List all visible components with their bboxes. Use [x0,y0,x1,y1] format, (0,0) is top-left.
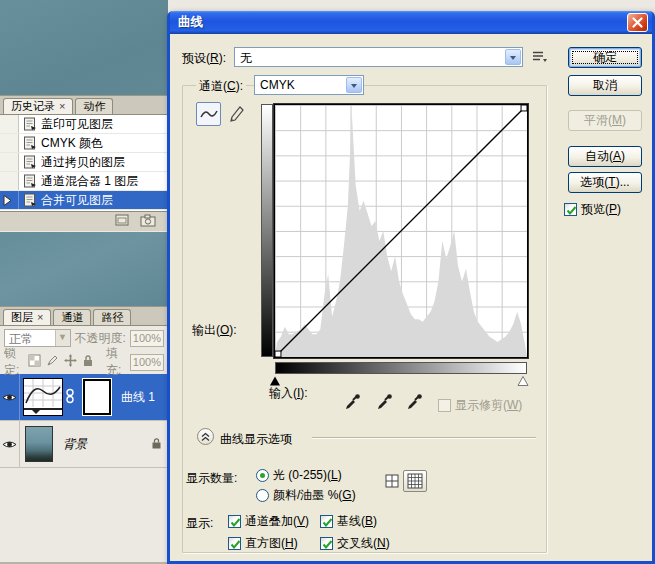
preset-options-list-icon[interactable] [532,50,548,66]
layer-name[interactable]: 背景 [63,436,87,453]
curve-line[interactable] [275,105,527,357]
input-label: 输入(I): [269,385,308,402]
channel-label: 通道(C): [196,78,246,95]
black-point-eyedropper-icon[interactable] [342,391,364,413]
layer-row-curves[interactable]: 曲线 1 [0,374,168,421]
tab-close-icon[interactable]: × [59,100,65,112]
new-snapshot-camera-icon[interactable] [140,214,156,230]
show-label: 显示: [186,515,213,532]
channel-overlays-row: 通道叠加(V) [228,513,309,530]
layers-panel: 图层× 通道 路径 正常▼ 不透明度: 100% 锁定: 填充: 100% [0,306,168,564]
tab-channels[interactable]: 通道 [53,309,91,325]
lock-position-move-icon[interactable] [64,354,77,370]
lock-all-padlock-icon[interactable] [82,354,94,370]
collapse-chevron-icon[interactable] [197,428,214,445]
light-radio[interactable] [256,469,269,482]
chevron-down-icon [505,49,521,65]
input-gradient-bar [275,362,527,374]
new-document-from-state-icon[interactable] [115,214,130,230]
chevron-down-icon [346,77,362,93]
channel-select[interactable]: CMYK [254,75,364,95]
background-layer-thumbnail[interactable] [25,426,53,462]
output-gradient-bar [261,104,273,357]
layer-row-background[interactable]: 背景 [0,421,168,468]
simple-grid-button[interactable] [384,473,399,488]
channel-overlays-checkbox[interactable] [228,515,241,528]
history-tabbar: 历史记录× 动作 [0,96,168,115]
blend-mode-select[interactable]: 正常▼ [4,329,71,347]
output-label: 输出(O): [192,322,237,339]
preview-row: 预览(P) [564,201,621,218]
options-button[interactable]: 选项(T)... [568,172,642,193]
light-radio-row: 光 (0-255)(L) [256,467,342,484]
pigment-radio[interactable] [256,489,269,502]
history-footer [0,211,168,231]
history-item[interactable]: 通道混合器 1 图层 [0,172,168,191]
histogram-checkbox[interactable] [228,537,241,550]
gray-point-eyedropper-icon[interactable] [374,391,396,413]
history-item[interactable]: 盖印可见图层 [0,115,168,134]
opacity-value[interactable]: 100% [130,330,164,347]
layers-empty-area [0,468,168,564]
visibility-eye-icon[interactable] [0,374,20,420]
smooth-button: 平滑(M) [568,110,642,131]
dialog-title: 曲线 [178,14,203,31]
layer-mask-thumbnail[interactable] [83,379,111,415]
curve-grid-area[interactable] [274,104,528,358]
header-divider [312,437,536,439]
auto-button[interactable]: 自动(A) [568,146,642,167]
visibility-eye-icon[interactable] [0,421,20,467]
histogram-row: 直方图(H) [228,535,298,552]
fill-label: 填充: [106,345,126,379]
baseline-row: 基线(B) [320,513,377,530]
amount-label: 显示数量: [186,470,237,487]
chevron-down-icon: ▼ [55,330,70,346]
pencil-tool-button[interactable] [227,103,247,125]
fill-value[interactable]: 100% [130,354,164,371]
curves-adjustment-thumbnail[interactable] [23,378,63,416]
lock-transparency-icon[interactable] [28,354,41,370]
dialog-titlebar[interactable]: 曲线 [170,11,652,34]
intersection-row: 交叉线(N) [320,535,390,552]
history-source-well[interactable] [0,153,19,171]
history-item[interactable]: 通过拷贝的图层 [0,153,168,172]
curves-dialog: 曲线 预设(R): 无 确定 取消 平滑(M) 自动(A) 选项(T)... 预… [167,11,655,564]
background-lock-icon [151,437,162,452]
intersection-checkbox[interactable] [320,537,333,550]
history-list: 盖印可见图层CMYK 颜色通过拷贝的图层通道混合器 1 图层合并可见图层 [0,115,168,211]
mask-link-icon[interactable] [66,388,74,407]
tab-history[interactable]: 历史记录× [3,98,73,114]
close-icon[interactable] [627,13,648,32]
history-panel: 历史记录× 动作 盖印可见图层CMYK 颜色通过拷贝的图层通道混合器 1 图层合… [0,95,168,232]
curve-endpoint-shadow[interactable] [275,351,281,357]
show-clipping-row: 显示修剪(W) [438,397,522,414]
opacity-label: 不透明度: [75,330,126,347]
pigment-radio-row: 颜料/油墨 %(G) [256,487,356,504]
curve-point-tool-button[interactable] [196,102,221,126]
history-source-well[interactable] [0,134,19,152]
history-source-well[interactable] [0,115,19,133]
cancel-button[interactable]: 取消 [568,75,642,96]
detailed-grid-button[interactable] [403,470,427,492]
baseline-checkbox[interactable] [320,515,333,528]
history-source-well[interactable] [0,172,19,190]
show-clipping-checkbox [438,399,451,412]
preset-select[interactable]: 无 [234,47,523,67]
input-highlight-slider[interactable] [517,375,529,389]
curve-endpoint-highlight[interactable] [521,105,527,111]
history-source-well[interactable] [0,191,19,209]
preset-label: 预设(R): [182,50,226,67]
tab-layers[interactable]: 图层× [3,309,51,325]
history-item[interactable]: CMYK 颜色 [0,134,168,153]
ok-button[interactable]: 确定 [568,47,642,68]
lock-pixels-brush-icon[interactable] [46,354,59,370]
layer-name[interactable]: 曲线 1 [121,389,155,406]
tab-close-icon[interactable]: × [37,311,43,323]
tab-paths[interactable]: 路径 [93,309,131,325]
tab-actions[interactable]: 动作 [75,98,113,114]
white-point-eyedropper-icon[interactable] [404,391,426,413]
history-item[interactable]: 合并可见图层 [0,191,168,210]
preview-checkbox[interactable] [564,203,577,216]
layers-tabbar: 图层× 通道 路径 [0,307,168,326]
display-options-header: 曲线显示选项 [220,431,292,448]
